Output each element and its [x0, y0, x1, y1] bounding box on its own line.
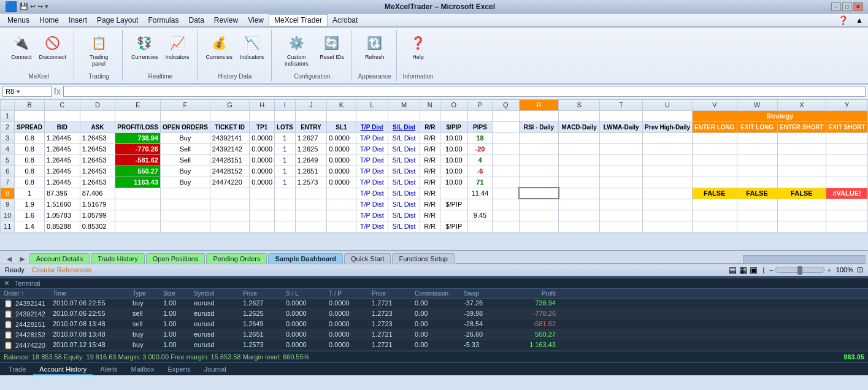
tab-quick-start[interactable]: Quick Start: [344, 253, 391, 264]
cell-b4[interactable]: 0.8: [15, 143, 45, 155]
col-header-n[interactable]: N: [420, 99, 440, 110]
cell-y2[interactable]: EXIT SHORT: [826, 121, 868, 132]
cell-w4[interactable]: [737, 143, 777, 155]
cell-n6[interactable]: R/R: [420, 166, 440, 177]
zoom-out-button[interactable]: –: [769, 266, 773, 273]
cell-n5[interactable]: R/R: [420, 155, 440, 166]
cell-x4[interactable]: [777, 143, 826, 155]
cell-m6[interactable]: S/L Dist: [388, 166, 420, 177]
cell-i10[interactable]: [275, 210, 296, 221]
cell-l8[interactable]: T/P Dist: [356, 188, 388, 199]
tab-open-positions[interactable]: Open Positions: [146, 253, 205, 264]
cell-c3[interactable]: 1.26445: [45, 132, 80, 143]
cell-k11[interactable]: [327, 221, 356, 232]
cell-m11[interactable]: S/L Dist: [388, 221, 420, 232]
cell-r9[interactable]: [519, 199, 559, 210]
cell-r5[interactable]: [519, 155, 559, 166]
cell-p9[interactable]: [468, 199, 493, 210]
layout-preview-icon[interactable]: ▣: [750, 265, 758, 275]
cell-t5[interactable]: [600, 155, 643, 166]
cell-o10[interactable]: [440, 210, 468, 221]
cell-h5[interactable]: 0.0000: [250, 155, 275, 166]
cell-n3[interactable]: R/R: [420, 132, 440, 143]
cell-m9[interactable]: S/L Dist: [388, 199, 420, 210]
cell-k4[interactable]: 0.0000: [327, 143, 356, 155]
cell-d7[interactable]: 1.26453: [80, 177, 115, 188]
list-item[interactable]: 📋24392142 2010.07.06 22:55 sell 1.00 eur…: [0, 309, 868, 319]
menu-view[interactable]: View: [243, 15, 269, 26]
tab-trade-history[interactable]: Trade History: [91, 253, 145, 264]
col-header-p[interactable]: P: [468, 99, 493, 110]
cell-p6[interactable]: -6: [468, 166, 493, 177]
cell-f10[interactable]: [160, 210, 210, 221]
cell-h11[interactable]: [250, 221, 275, 232]
col-header-k[interactable]: K: [327, 99, 356, 110]
cell-n4[interactable]: R/R: [420, 143, 440, 155]
cell-b8[interactable]: 1: [15, 188, 45, 199]
cell-j10[interactable]: [295, 210, 327, 221]
cell-e9[interactable]: [115, 199, 161, 210]
cell-q7[interactable]: [492, 177, 519, 188]
col-header-l[interactable]: L: [356, 99, 388, 110]
cell-n10[interactable]: R/R: [420, 210, 440, 221]
cell-f9[interactable]: [160, 199, 210, 210]
cell-m10[interactable]: S/L Dist: [388, 210, 420, 221]
cell-s3[interactable]: [559, 132, 600, 143]
cell-n11[interactable]: R/R: [420, 221, 440, 232]
cell-y5[interactable]: [826, 155, 868, 166]
cell-k5[interactable]: 0.0000: [327, 155, 356, 166]
cell-l7[interactable]: T/P Dist: [356, 177, 388, 188]
cell-w6[interactable]: [737, 166, 777, 177]
cell-k7[interactable]: 0.0000: [327, 177, 356, 188]
cell-i5[interactable]: 1: [275, 155, 296, 166]
cell-u4[interactable]: [643, 143, 693, 155]
cell-g9[interactable]: [210, 199, 250, 210]
cell-q5[interactable]: [492, 155, 519, 166]
cell-h4[interactable]: 0.0000: [250, 143, 275, 155]
cell-g10[interactable]: [210, 210, 250, 221]
cell-o5[interactable]: 10.00: [440, 155, 468, 166]
cell-o3[interactable]: 10.00: [440, 132, 468, 143]
formula-input[interactable]: [63, 86, 866, 97]
cell-q6[interactable]: [492, 166, 519, 177]
cell-f6[interactable]: Buy: [160, 166, 210, 177]
cell-u11[interactable]: [643, 221, 693, 232]
sheet-nav-left[interactable]: ◄: [2, 254, 16, 264]
cell-q3[interactable]: [492, 132, 519, 143]
cell-s10[interactable]: [559, 210, 600, 221]
cell-i8[interactable]: [275, 188, 296, 199]
cell-v3[interactable]: [693, 132, 737, 143]
col-time[interactable]: Time: [53, 290, 133, 297]
cell-d5[interactable]: 1.26453: [80, 155, 115, 166]
cell-p1[interactable]: [468, 110, 493, 121]
cell-j5[interactable]: 1.2649: [295, 155, 327, 166]
cell-p2[interactable]: PIPS: [468, 121, 493, 132]
cell-e7[interactable]: 1163.43: [115, 177, 161, 188]
cell-h9[interactable]: [250, 199, 275, 210]
cell-l5[interactable]: T/P Dist: [356, 155, 388, 166]
reset-ids-button[interactable]: 🔄 Reset IDs: [317, 31, 347, 63]
cell-e2[interactable]: PROFIT/LOSS: [115, 121, 161, 132]
cell-i6[interactable]: 1: [275, 166, 296, 177]
cell-d10[interactable]: 1.05799: [80, 210, 115, 221]
col-header-c[interactable]: C: [45, 99, 80, 110]
cell-y6[interactable]: [826, 166, 868, 177]
cell-k3[interactable]: 0.0000: [327, 132, 356, 143]
cell-i9[interactable]: [275, 199, 296, 210]
col-header-h[interactable]: H: [250, 99, 275, 110]
cell-t3[interactable]: [600, 132, 643, 143]
name-box[interactable]: R8 ▾: [2, 86, 52, 97]
terminal-close-button[interactable]: ✕: [4, 279, 10, 288]
terminal-tab-mailbox[interactable]: Mailbox: [125, 364, 160, 375]
cell-y8[interactable]: #VALUE!: [826, 188, 868, 199]
menu-mexcel-trader[interactable]: MeXcel Trader: [269, 14, 328, 26]
cell-x7[interactable]: [777, 177, 826, 188]
cell-w2[interactable]: EXIT LONG: [737, 121, 777, 132]
cell-w11[interactable]: [737, 221, 777, 232]
cell-w5[interactable]: [737, 155, 777, 166]
custom-indicators-button[interactable]: ⚙️ Custom Indicators: [278, 31, 315, 69]
cell-s5[interactable]: [559, 155, 600, 166]
col-sl[interactable]: S / L: [286, 290, 329, 297]
cell-o4[interactable]: 10.00: [440, 143, 468, 155]
cell-e11[interactable]: [115, 221, 161, 232]
